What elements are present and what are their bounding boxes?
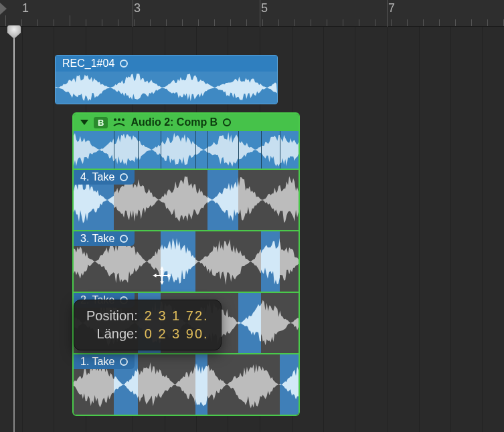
svg-point-1 — [118, 118, 120, 121]
take-selection[interactable] — [195, 354, 207, 415]
timeline-ruler[interactable]: 1 3 5 7 — [0, 0, 504, 27]
svg-point-0 — [114, 118, 116, 121]
ruler-bar-label: 1 — [22, 1, 29, 15]
loop-icon[interactable] — [120, 235, 128, 243]
take-selection-wave — [161, 231, 195, 292]
ruler-bar-label: 3 — [134, 1, 141, 15]
take-label-text: 3. Take — [80, 233, 114, 245]
loop-icon[interactable] — [120, 358, 128, 366]
take-selection-wave — [195, 354, 207, 415]
position-tooltip: Position: 2 3 1 72. Länge: 0 2 3 90. — [74, 300, 222, 350]
tooltip-position-label: Position: — [86, 308, 138, 324]
take-selection[interactable] — [238, 293, 261, 353]
take-lane[interactable]: 1. Take — [74, 353, 299, 415]
take-lane[interactable]: 4. Take — [74, 169, 299, 230]
loop-icon[interactable] — [120, 60, 128, 68]
region-header[interactable]: REC_1#04 — [56, 56, 277, 72]
play-arrow-icon — [0, 3, 7, 15]
tooltip-length-label: Länge: — [86, 326, 138, 342]
take-label[interactable]: 4. Take — [74, 170, 135, 185]
loop-icon[interactable] — [223, 118, 231, 126]
take-selection-wave — [238, 293, 261, 353]
disclosure-triangle-icon[interactable] — [80, 120, 88, 125]
playhead-cap-icon[interactable] — [7, 25, 21, 39]
tooltip-length-value: 0 2 3 90. — [145, 326, 209, 342]
take-selection[interactable] — [280, 354, 300, 415]
take-folder[interactable]: B Audio 2: Comp B 4. Take3. Take2. Take1… — [72, 112, 300, 416]
comp-waveform[interactable] — [74, 131, 299, 169]
tooltip-position-value: 2 3 1 72. — [145, 308, 209, 324]
comp-header[interactable]: B Audio 2: Comp B — [74, 114, 299, 131]
arrange-area[interactable]: REC_1#04 B Audio 2: Comp B — [0, 27, 504, 432]
region-waveform — [56, 72, 277, 104]
take-lane[interactable]: 3. Take — [74, 230, 299, 292]
take-selection-wave — [280, 354, 300, 415]
ruler-bar-label: 5 — [261, 1, 268, 15]
ruler-subticks — [0, 14, 504, 26]
take-selection-wave — [207, 170, 238, 230]
flex-icon[interactable] — [113, 118, 125, 127]
take-selection[interactable] — [261, 231, 280, 292]
take-label-text: 1. Take — [80, 356, 114, 368]
take-label[interactable]: 1. Take — [74, 354, 135, 369]
loop-icon[interactable] — [120, 173, 128, 181]
playhead[interactable] — [13, 27, 15, 432]
ruler-bar-label: 7 — [388, 1, 395, 15]
comp-badge[interactable]: B — [94, 117, 108, 128]
comp-label: Audio 2: Comp B — [131, 116, 218, 128]
take-label-text: 4. Take — [80, 171, 114, 183]
take-label[interactable]: 3. Take — [74, 231, 135, 246]
take-selection[interactable] — [207, 170, 238, 230]
take-selection[interactable] — [161, 231, 195, 292]
region-name: REC_1#04 — [62, 58, 114, 70]
take-selection-wave — [261, 231, 280, 292]
svg-point-2 — [122, 118, 124, 121]
audio-region[interactable]: REC_1#04 — [55, 55, 278, 104]
